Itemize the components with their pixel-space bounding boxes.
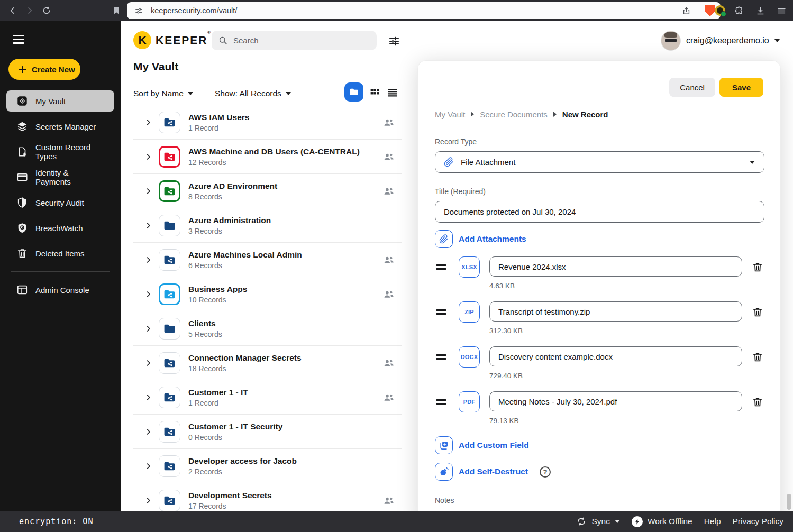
keeper-logo[interactable]: K KEEPER® [133, 31, 212, 49]
breadcrumb-my-vault[interactable]: My Vault [435, 110, 465, 119]
sidebar-item-secrets-manager[interactable]: Secrets Manager [6, 114, 114, 139]
drag-handle-icon[interactable] [436, 354, 446, 360]
expand-chevron-icon[interactable] [144, 393, 152, 401]
folder-row[interactable]: Customer 1 - IT Security 0 Records [133, 415, 402, 449]
save-button[interactable]: Save [719, 78, 763, 97]
folder-icon[interactable] [159, 421, 180, 443]
folder-view-button[interactable] [344, 82, 363, 102]
sidebar-item-admin-console[interactable]: Admin Console [6, 277, 114, 302]
title-input[interactable] [444, 207, 755, 216]
folder-icon[interactable] [159, 318, 180, 340]
search-bar[interactable] [212, 31, 377, 50]
folder-icon[interactable] [159, 490, 180, 511]
folder-row[interactable]: Azure Machines Local Admin 6 Records [133, 243, 402, 277]
folder-row[interactable]: Development Secrets 17 Records [133, 483, 402, 511]
sidebar-item-custom-record-types[interactable]: Custom Record Types [6, 139, 114, 164]
delete-attachment-icon[interactable] [752, 261, 763, 273]
folder-icon[interactable] [159, 387, 180, 408]
folder-row[interactable]: Azure Administration 3 Records [133, 208, 402, 243]
attachment-name-input[interactable] [489, 391, 742, 411]
breadcrumb-secure-documents[interactable]: Secure Documents [480, 110, 548, 119]
expand-chevron-icon[interactable] [144, 325, 152, 333]
browser-reload-icon[interactable] [39, 3, 54, 18]
folder-icon[interactable] [159, 455, 180, 477]
sidebar-item-deleted-items[interactable]: Deleted Items [6, 241, 114, 266]
drag-handle-icon[interactable] [436, 399, 446, 405]
attachment-name-input[interactable] [489, 346, 742, 366]
address-bar[interactable]: keepersecurity.com/vault/ [127, 2, 721, 19]
sidebar-item-my-vault[interactable]: My Vault [6, 90, 114, 112]
expand-chevron-icon[interactable] [144, 497, 152, 505]
drag-handle-icon[interactable] [436, 264, 446, 270]
folder-row[interactable]: Clients 5 Records [133, 311, 402, 346]
show-label: Show: All Records [215, 89, 281, 98]
privacy-policy-link[interactable]: Privacy Policy [733, 517, 783, 526]
search-input[interactable] [233, 36, 370, 45]
folder-icon[interactable] [159, 180, 180, 202]
bookmark-icon[interactable] [109, 3, 124, 18]
sidebar-item-identity-payments[interactable]: Identity & Payments [6, 164, 114, 190]
help-link[interactable]: Help [704, 517, 721, 526]
drag-handle-icon[interactable] [436, 309, 446, 315]
folder-row[interactable]: Developer access for Jacob 2 Records [133, 449, 402, 483]
add-custom-field-button[interactable]: Add Custom Field [435, 436, 763, 454]
extensions-puzzle-icon[interactable] [732, 3, 746, 18]
browser-back-icon[interactable] [5, 3, 20, 18]
browser-menu-icon[interactable] [774, 3, 789, 18]
sidebar-menu-icon[interactable] [13, 35, 24, 44]
attachment-name-input[interactable] [489, 301, 742, 322]
sync-button[interactable]: Sync [576, 516, 619, 527]
work-offline-button[interactable]: Work Offline [632, 516, 692, 527]
expand-chevron-icon[interactable] [144, 428, 152, 436]
add-attachments-button[interactable]: Add Attachments [435, 230, 763, 248]
expand-chevron-icon[interactable] [144, 153, 152, 161]
folder-row[interactable]: Customer 1 - IT 1 Record [133, 380, 402, 415]
sidebar-item-security-audit[interactable]: Security Audit [6, 190, 114, 215]
create-new-button[interactable]: Create New [8, 59, 80, 80]
grid-view-icon[interactable] [369, 87, 380, 100]
expand-chevron-icon[interactable] [144, 187, 152, 195]
keeper-extension-icon[interactable] [715, 5, 725, 16]
folder-row[interactable]: Azure AD Environment 8 Records [133, 174, 402, 208]
sort-dropdown[interactable]: Sort by Name [133, 89, 193, 98]
folder-icon[interactable] [159, 215, 180, 236]
folder-row[interactable]: Business Apps 10 Records [133, 277, 402, 311]
share-icon[interactable] [679, 3, 694, 18]
show-filter-dropdown[interactable]: Show: All Records [215, 89, 291, 98]
folder-icon[interactable] [159, 352, 180, 374]
filter-tune-icon[interactable] [388, 35, 400, 48]
folder-row[interactable]: AWS IAM Users 1 Record [133, 105, 402, 140]
url-text[interactable]: keepersecurity.com/vault/ [151, 6, 237, 15]
help-label: Help [704, 517, 721, 526]
expand-chevron-icon[interactable] [144, 118, 152, 126]
attachment-name-input[interactable] [489, 256, 742, 277]
site-settings-icon[interactable] [134, 6, 143, 15]
delete-attachment-icon[interactable] [752, 396, 763, 408]
folder-icon[interactable] [159, 249, 180, 271]
status-bar: encryption: ON Sync Work Offline Help Pr… [0, 511, 793, 532]
folder-icon[interactable] [159, 146, 180, 168]
expand-chevron-icon[interactable] [144, 290, 152, 298]
help-icon[interactable]: ? [540, 466, 551, 478]
add-self-destruct-button[interactable]: Add Self-Destruct ? [435, 463, 763, 481]
folder-record-count: 17 Records [188, 502, 272, 510]
downloads-icon[interactable] [753, 3, 768, 18]
delete-attachment-icon[interactable] [752, 351, 763, 363]
account-menu[interactable]: craig@keeperdemo.io [661, 31, 780, 51]
delete-attachment-icon[interactable] [752, 306, 763, 318]
expand-chevron-icon[interactable] [144, 256, 152, 264]
cancel-button[interactable]: Cancel [669, 78, 715, 97]
scrollbar-thumb[interactable] [787, 494, 791, 510]
folder-row[interactable]: AWS Machine and DB Users (CA-CENTRAL) 12… [133, 140, 402, 174]
list-view-icon[interactable] [387, 87, 398, 100]
folder-icon[interactable] [159, 283, 180, 305]
record-type-select[interactable]: File Attachment [435, 151, 764, 173]
expand-chevron-icon[interactable] [144, 222, 152, 230]
sidebar-item-breachwatch[interactable]: BreachWatch [6, 215, 114, 241]
brave-shield-icon[interactable] [705, 5, 715, 16]
folder-row[interactable]: Connection Manager Secrets 18 Records [133, 346, 402, 380]
browser-forward-icon[interactable] [22, 3, 37, 18]
expand-chevron-icon[interactable] [144, 462, 152, 470]
folder-icon[interactable] [159, 112, 180, 133]
expand-chevron-icon[interactable] [144, 359, 152, 367]
